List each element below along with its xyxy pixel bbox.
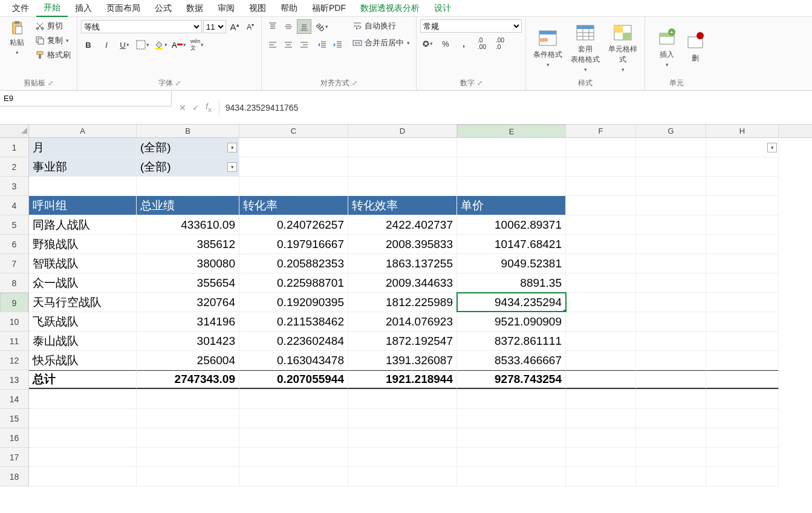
cell[interactable] xyxy=(348,157,457,176)
col-header-F[interactable]: F xyxy=(566,125,636,137)
cell[interactable] xyxy=(29,448,137,466)
cell[interactable]: 总业绩 xyxy=(137,196,239,215)
menu-review[interactable]: 审阅 xyxy=(210,1,242,16)
cell[interactable] xyxy=(636,409,706,428)
cell[interactable] xyxy=(457,138,566,157)
cell[interactable] xyxy=(239,390,348,408)
table-format-button[interactable]: 套用 表格格式▾ xyxy=(567,22,603,74)
cell[interactable]: 0.197916667 xyxy=(239,235,348,253)
row-header-11[interactable]: 11 xyxy=(0,332,28,351)
cell[interactable] xyxy=(566,428,636,447)
cell[interactable]: 320764 xyxy=(137,293,239,312)
copy-button[interactable]: 复制▾ xyxy=(33,34,73,47)
cell[interactable] xyxy=(706,448,779,466)
phonetic-button[interactable]: wén文▾ xyxy=(190,38,204,52)
cell[interactable]: 泰山战队 xyxy=(29,332,137,350)
cell[interactable] xyxy=(636,390,706,408)
cell[interactable] xyxy=(239,157,348,176)
font-name-select[interactable]: 等线 xyxy=(81,20,202,33)
cell[interactable] xyxy=(348,390,457,408)
cell[interactable] xyxy=(566,448,636,466)
cell[interactable] xyxy=(29,467,137,486)
cell[interactable]: 2008.395833 xyxy=(348,235,457,253)
cell[interactable] xyxy=(457,409,566,428)
conditional-format-button[interactable]: 条件格式▾ xyxy=(530,27,566,69)
menu-foxit[interactable]: 福昕PDF xyxy=(305,1,353,16)
cell[interactable] xyxy=(29,177,137,195)
cell[interactable] xyxy=(137,448,239,466)
cell[interactable] xyxy=(348,428,457,447)
cell[interactable] xyxy=(636,428,706,447)
cell[interactable] xyxy=(636,312,706,331)
select-all-corner[interactable] xyxy=(0,125,29,137)
cell[interactable] xyxy=(566,215,636,234)
cell[interactable]: 智联战队 xyxy=(29,254,137,273)
cell[interactable] xyxy=(137,177,239,195)
row-header-2[interactable]: 2 xyxy=(0,157,28,177)
col-header-G[interactable]: G xyxy=(636,125,706,137)
cell[interactable] xyxy=(566,196,636,215)
insert-cells-button[interactable]: +插入▾ xyxy=(649,27,685,69)
cell[interactable] xyxy=(706,467,779,486)
row-header-9[interactable]: 9 xyxy=(0,293,28,312)
cell[interactable] xyxy=(457,448,566,466)
row-header-3[interactable]: 3 xyxy=(0,177,28,196)
cell[interactable] xyxy=(636,332,706,350)
cell[interactable]: 256004 xyxy=(137,351,239,370)
cell[interactable] xyxy=(566,467,636,486)
dialog-launcher-icon[interactable]: ⤢ xyxy=(48,79,53,87)
row-header-8[interactable]: 8 xyxy=(0,273,28,293)
orientation-button[interactable]: ab▾ xyxy=(315,19,330,34)
row-header-4[interactable]: 4 xyxy=(0,196,28,215)
fx-icon[interactable]: fx xyxy=(206,102,212,113)
cell[interactable]: 同路人战队 xyxy=(29,215,137,234)
cell[interactable]: 飞跃战队 xyxy=(29,312,137,331)
percent-button[interactable]: % xyxy=(438,36,453,51)
cell[interactable]: 8533.466667 xyxy=(457,351,566,370)
cell[interactable] xyxy=(566,138,636,157)
cell[interactable]: 转化效率 xyxy=(348,196,457,215)
cell[interactable]: 8372.861111 xyxy=(457,332,566,350)
cell[interactable] xyxy=(348,138,457,157)
cell[interactable]: 0.240726257 xyxy=(239,215,348,234)
row-header-12[interactable]: 12 xyxy=(0,351,28,370)
cells-area[interactable]: 月(全部)▾事业部(全部)▾呼叫组▾总业绩转化率转化效率单价同路人战队43361… xyxy=(29,138,779,486)
cell[interactable] xyxy=(636,293,706,312)
dialog-launcher-icon[interactable]: ⤢ xyxy=(477,79,482,87)
cell[interactable] xyxy=(706,390,779,408)
cell[interactable] xyxy=(348,177,457,195)
confirm-formula-icon[interactable]: ✓ xyxy=(192,103,200,113)
cell[interactable]: 2422.402737 xyxy=(348,215,457,234)
currency-button[interactable]: ✪▾ xyxy=(420,36,435,51)
cell[interactable] xyxy=(636,467,706,486)
row-header-13[interactable]: 13 xyxy=(0,370,28,390)
number-format-select[interactable]: 常规 xyxy=(420,19,522,33)
row-header-14[interactable]: 14 xyxy=(0,390,28,409)
paste-button[interactable]: 粘贴 ▾ xyxy=(4,19,30,57)
font-color-button[interactable]: A▾ xyxy=(172,38,186,52)
align-left-button[interactable] xyxy=(265,38,280,52)
dialog-launcher-icon[interactable]: ⤢ xyxy=(352,79,357,87)
cell[interactable]: 单价 xyxy=(457,196,566,215)
cell[interactable] xyxy=(566,177,636,195)
col-header-C[interactable]: C xyxy=(239,125,348,137)
cell[interactable] xyxy=(706,273,779,292)
increase-indent-button[interactable] xyxy=(331,38,345,52)
dialog-launcher-icon[interactable]: ⤢ xyxy=(175,79,181,87)
cell[interactable]: 8891.35 xyxy=(457,273,566,292)
cell[interactable] xyxy=(706,370,779,389)
cell[interactable] xyxy=(706,196,779,215)
cell[interactable] xyxy=(706,351,779,370)
cell[interactable]: 总计 xyxy=(29,370,137,389)
align-middle-button[interactable] xyxy=(281,19,296,34)
filter-dropdown-icon[interactable]: ▾ xyxy=(227,162,237,172)
col-header-H[interactable]: H xyxy=(706,125,779,137)
col-header-B[interactable]: B xyxy=(137,125,239,137)
cell[interactable] xyxy=(636,448,706,466)
cell[interactable]: 380080 xyxy=(137,254,239,273)
cell[interactable]: 呼叫组▾ xyxy=(29,196,137,215)
cell[interactable] xyxy=(566,157,636,176)
cell[interactable]: 9278.743254 xyxy=(457,370,566,389)
cell[interactable] xyxy=(566,409,636,428)
col-header-E[interactable]: E xyxy=(457,125,566,138)
